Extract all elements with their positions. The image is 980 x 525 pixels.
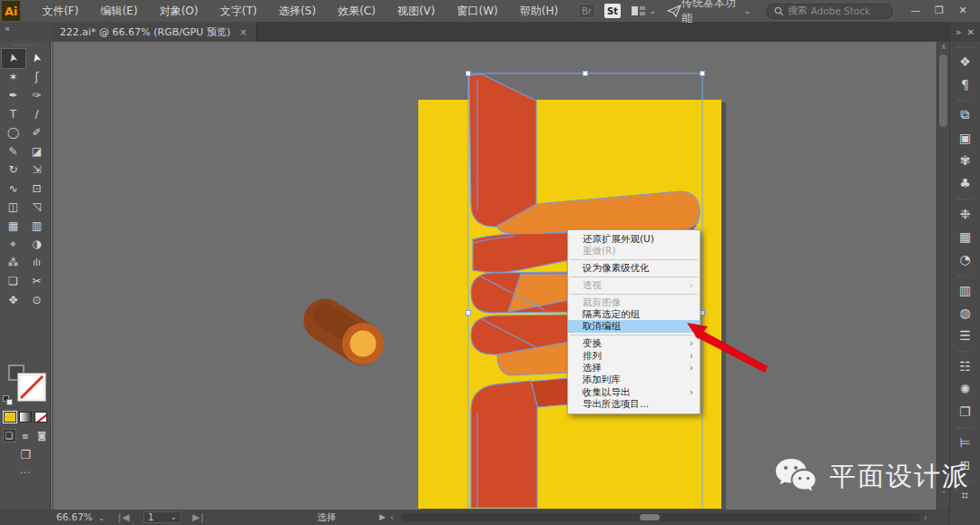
vertical-scrollbar-thumb[interactable] <box>939 54 947 127</box>
draw-behind-button[interactable]: ⧇ <box>20 430 32 442</box>
handle-mid-left[interactable] <box>466 311 471 316</box>
menu-edit[interactable]: 编辑(E) <box>90 0 149 22</box>
draw-normal-button[interactable]: ❏ <box>4 430 15 442</box>
stroke-panel-button[interactable]: ☰ <box>950 324 980 346</box>
panel-gripper[interactable]: •••• <box>950 44 980 50</box>
horizontal-scrollbar-thumb[interactable] <box>640 514 660 520</box>
workspace-switcher[interactable]: 传统基本功能 ⌄ <box>681 0 751 26</box>
transparency-panel-button[interactable]: ◍ <box>950 301 980 324</box>
rotate-tool[interactable]: ↻ <box>2 160 25 180</box>
blend-tool[interactable]: ◑ <box>25 235 49 254</box>
last-artboard-icon[interactable]: ▶| <box>192 511 205 522</box>
mesh-tool[interactable]: ▦ <box>2 217 25 236</box>
align-panel-button[interactable]: ⊨ <box>950 431 980 453</box>
type-tool[interactable]: T <box>2 105 25 124</box>
menu-item-ungroup[interactable]: 取消编组 <box>568 320 700 332</box>
edit-toolbar-button[interactable]: ⋯ <box>0 466 51 479</box>
menu-item-arrange[interactable]: 排列› <box>568 350 700 362</box>
artboard-nav-next-last[interactable]: ▶| <box>192 510 205 525</box>
handle-mid-right[interactable] <box>701 311 705 316</box>
lasso-tool[interactable]: ʃ <box>25 68 49 87</box>
stock-button[interactable]: St <box>604 4 622 18</box>
panel-gripper[interactable]: •••• <box>950 97 980 103</box>
zoom-tool[interactable]: ⊙ <box>25 291 49 310</box>
artboard-nav-first-prev[interactable]: |◀ <box>118 510 131 525</box>
menu-help[interactable]: 帮助(H) <box>509 0 569 22</box>
swatches-panel-button[interactable]: ◔ <box>950 248 980 270</box>
paragraph-panel-button[interactable]: ¶ <box>950 73 980 95</box>
menu-object[interactable]: 对象(O) <box>149 0 210 22</box>
menu-select[interactable]: 选择(S) <box>268 0 327 22</box>
default-fill-stroke-button[interactable] <box>3 395 14 406</box>
color-button[interactable] <box>4 412 16 423</box>
column-graph-tool[interactable]: ılı <box>25 254 49 273</box>
scale-tool[interactable]: ⇲ <box>25 160 49 180</box>
color-guide-panel-button[interactable]: ▦ <box>950 225 980 248</box>
color-panel-button[interactable]: ❉ <box>950 202 980 225</box>
eraser-tool[interactable]: ◪ <box>25 142 49 161</box>
hand-tool[interactable]: ✥ <box>2 291 25 310</box>
status-expand-icon[interactable]: ▶ <box>379 510 386 525</box>
symbol-sprayer-tool[interactable]: ⁂ <box>2 254 25 273</box>
artboard-number-select[interactable]: 1 ⌄ <box>143 511 181 523</box>
line-segment-tool[interactable]: ∕ <box>25 105 49 124</box>
minimize-button[interactable]: — <box>904 0 927 22</box>
appearance-panel-button[interactable]: ☷ <box>950 355 980 377</box>
handle-top-left[interactable] <box>466 72 471 76</box>
width-tool[interactable]: ∿ <box>2 180 25 199</box>
panel-gripper[interactable]: •••• <box>950 424 980 431</box>
paintbrush-tool[interactable]: ✐ <box>25 123 49 142</box>
canvas-area[interactable] <box>51 42 936 510</box>
menu-item-make-pixel-perfect[interactable]: 设为像素级优化 <box>568 262 700 274</box>
menu-type[interactable]: 文字(T) <box>209 0 268 22</box>
menu-item-select[interactable]: 选择› <box>568 362 700 374</box>
pencil-tool[interactable]: ✎ <box>2 142 25 161</box>
handle-top-center[interactable] <box>583 72 588 76</box>
ellipse-tool[interactable]: ◯ <box>2 123 25 142</box>
menu-item-transform[interactable]: 变换› <box>568 337 700 349</box>
symbols-panel-button[interactable]: ♣ <box>950 171 980 194</box>
panel-gripper[interactable]: •••• <box>950 196 980 202</box>
menu-window[interactable]: 窗口(W) <box>446 0 508 22</box>
tab-close-icon[interactable]: × <box>240 27 247 37</box>
perspective-grid-tool[interactable]: ◹ <box>25 198 49 217</box>
menu-effect[interactable]: 效果(C) <box>327 0 387 22</box>
shape-builder-tool[interactable]: ◫ <box>2 198 25 217</box>
effects-panel-button[interactable]: ✺ <box>950 377 980 400</box>
artboards-panel-button[interactable]: ⧉ <box>950 103 980 126</box>
eyedropper-tool[interactable]: ⌖ <box>2 235 25 254</box>
document-tab[interactable]: 222.ai* @ 66.67% (RGB/GPU 预览) × <box>51 22 257 42</box>
magic-wand-tool[interactable]: ✶ <box>2 68 25 87</box>
free-transform-tool[interactable]: ⊡ <box>25 180 49 199</box>
graphic-styles-panel-button[interactable]: ❐ <box>950 400 980 423</box>
selection-tool[interactable]: ➤ <box>2 49 25 68</box>
gradient-panel-button[interactable]: ▥ <box>950 278 980 301</box>
menu-item-undo-expand-appearance[interactable]: 还原扩展外观(U) <box>568 233 700 245</box>
gradient-button[interactable] <box>19 412 32 423</box>
gradient-tool[interactable]: ▥ <box>25 217 49 236</box>
share-button[interactable] <box>667 5 681 17</box>
zoom-level-control[interactable]: 66.67% ⌄ <box>56 510 104 525</box>
stroke-swatch-none[interactable] <box>18 374 45 401</box>
3d-panel-button[interactable]: ▣ <box>950 126 980 149</box>
close-panels-button[interactable]: ✕ <box>966 27 974 37</box>
direct-selection-tool[interactable]: ➤ <box>25 49 49 68</box>
menu-item-export-selection[interactable]: 导出所选项目... <box>568 398 700 410</box>
panel-gripper[interactable]: •••• <box>950 348 980 355</box>
brushes-panel-button[interactable]: ✾ <box>950 149 980 171</box>
menu-file[interactable]: 文件(F) <box>31 0 89 22</box>
draw-inside-button[interactable]: ◙ <box>36 430 48 442</box>
expand-panels-button[interactable]: » <box>956 27 961 37</box>
slice-tool[interactable]: ✂ <box>25 272 49 291</box>
menu-item-collect-for-export[interactable]: 收集以导出› <box>568 386 700 398</box>
close-button[interactable]: ✕ <box>951 0 975 22</box>
menu-view[interactable]: 视图(V) <box>387 0 446 22</box>
curvature-tool[interactable]: ✑ <box>25 86 49 105</box>
handle-top-right[interactable] <box>701 72 705 76</box>
search-input[interactable]: 搜索 Adobe Stock <box>766 4 894 19</box>
bridge-button[interactable]: Br <box>578 4 595 18</box>
pen-tool[interactable]: ✒ <box>2 86 25 105</box>
toolbar-collapse-button[interactable]: « <box>0 22 51 42</box>
vertical-scrollbar[interactable]: ∧ ⌄ <box>936 42 949 510</box>
scroll-right-icon[interactable]: › <box>924 510 927 525</box>
